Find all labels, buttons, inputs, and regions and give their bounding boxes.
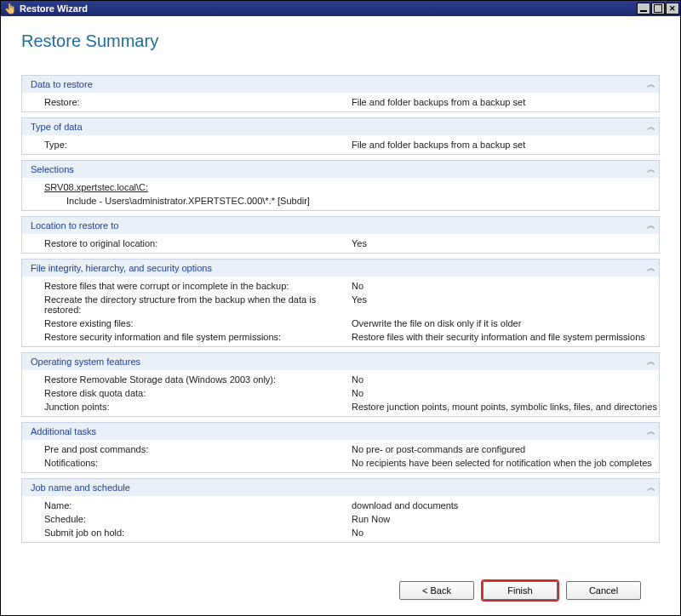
restore-orig-label: Restore to original location: [44, 238, 352, 248]
job-name-label: Name: [44, 500, 352, 510]
notifications-value: No recipients have been selected for not… [352, 458, 659, 468]
notifications-label: Notifications: [44, 458, 352, 468]
section-os-features: Operating system features ︽ Restore Remo… [21, 352, 660, 417]
restore-value: File and folder backups from a backup se… [352, 97, 659, 107]
finish-button[interactable]: Finish [483, 581, 558, 600]
section-header-os-features[interactable]: Operating system features ︽ [22, 353, 659, 370]
section-header-additional-tasks[interactable]: Additional tasks ︽ [22, 423, 659, 440]
section-title: File integrity, hierarchy, and security … [31, 263, 212, 273]
window-controls: ✕ [637, 1, 680, 16]
collapse-icon: ︽ [647, 121, 654, 133]
close-button[interactable]: ✕ [666, 3, 679, 14]
section-header-data-to-restore[interactable]: Data to restore ︽ [22, 76, 659, 93]
section-selections: Selections ︽ SRV08.xpertstec.local\C: In… [21, 160, 660, 211]
quota-value: No [352, 388, 659, 398]
collapse-icon: ︽ [647, 425, 654, 437]
section-title: Selections [31, 164, 74, 174]
hold-label: Submit job on hold: [44, 528, 352, 538]
maximize-button[interactable] [651, 3, 665, 14]
corrupt-label: Restore files that were corrupt or incom… [44, 281, 352, 291]
security-value: Restore files with their security inform… [352, 332, 659, 342]
hand-pointer-icon [4, 3, 16, 14]
restore-orig-value: Yes [352, 238, 659, 248]
collapse-icon: ︽ [647, 220, 654, 231]
section-integrity: File integrity, hierarchy, and security … [21, 259, 660, 347]
collapse-icon: ︽ [647, 163, 654, 175]
quota-label: Restore disk quota data: [44, 388, 352, 398]
back-button[interactable]: < Back [399, 581, 474, 600]
removable-value: No [352, 374, 659, 385]
cancel-button[interactable]: Cancel [566, 581, 641, 600]
section-location: Location to restore to ︽ Restore to orig… [21, 216, 660, 254]
collapse-icon: ︽ [647, 482, 654, 493]
schedule-value: Run Now [352, 514, 659, 524]
section-additional-tasks: Additional tasks ︽ Pre and post commands… [21, 422, 660, 473]
corrupt-value: No [352, 281, 659, 291]
type-value: File and folder backups from a backup se… [352, 140, 659, 150]
collapse-icon: ︽ [647, 356, 654, 368]
section-job: Job name and schedule ︽ Name: download a… [21, 478, 660, 543]
prepost-label: Pre and post commands: [44, 444, 352, 454]
section-header-type-of-data[interactable]: Type of data ︽ [22, 118, 659, 135]
collapse-icon: ︽ [647, 262, 654, 274]
collapse-icon: ︽ [647, 78, 654, 90]
restore-label: Restore: [44, 97, 352, 107]
removable-label: Restore Removable Storage data (Windows … [44, 374, 352, 385]
section-header-location[interactable]: Location to restore to ︽ [22, 217, 659, 234]
prepost-value: No pre- or post-commands are configured [352, 444, 659, 454]
window-title: Restore Wizard [20, 3, 637, 14]
wizard-button-bar: < Back Finish Cancel [21, 569, 660, 615]
selection-include: Include - Users\administrator.XPERTSTEC.… [44, 196, 310, 206]
section-type-of-data: Type of data ︽ Type: File and folder bac… [21, 117, 660, 155]
security-label: Restore security information and file sy… [44, 332, 352, 342]
title-bar: Restore Wizard ✕ [1, 1, 680, 16]
section-header-integrity[interactable]: File integrity, hierarchy, and security … [22, 260, 659, 277]
section-data-to-restore: Data to restore ︽ Restore: File and fold… [21, 75, 660, 112]
minimize-button[interactable] [637, 3, 650, 14]
section-title: Location to restore to [31, 220, 118, 231]
existing-label: Restore existing files: [44, 318, 352, 328]
schedule-label: Schedule: [44, 514, 352, 524]
section-header-selections[interactable]: Selections ︽ [22, 161, 659, 178]
section-title: Job name and schedule [31, 482, 130, 493]
existing-value: Overwrite the file on disk only if it is… [352, 318, 659, 328]
junction-value: Restore junction points, mount points, s… [352, 402, 659, 412]
section-header-job[interactable]: Job name and schedule ︽ [22, 479, 659, 496]
section-title: Type of data [31, 122, 83, 132]
section-title: Additional tasks [31, 426, 96, 436]
client-area: Restore Summary Data to restore ︽ Restor… [1, 16, 680, 615]
restore-wizard-window: Restore Wizard ✕ Restore Summary Data to… [0, 0, 681, 616]
hold-value: No [352, 528, 659, 538]
recreate-value: Yes [352, 294, 659, 315]
recreate-label: Recreate the directory structure from th… [44, 294, 352, 315]
section-title: Data to restore [31, 79, 93, 89]
page-title: Restore Summary [21, 31, 660, 51]
junction-label: Junction points: [44, 402, 352, 412]
section-title: Operating system features [31, 356, 140, 367]
job-name-value: download and documents [352, 500, 659, 510]
selection-host: SRV08.xpertstec.local\C: [44, 182, 148, 192]
type-label: Type: [44, 140, 352, 150]
